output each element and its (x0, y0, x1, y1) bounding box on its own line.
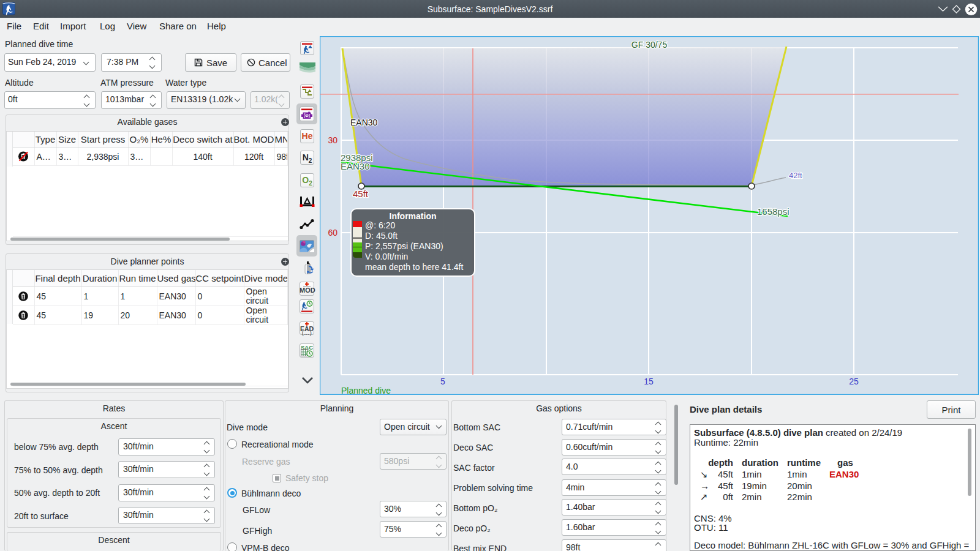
svg-text:V: 0.0ft/min: V: 0.0ft/min (365, 252, 408, 261)
svg-text:mean depth to here 41.4ft: mean depth to here 41.4ft (365, 262, 463, 272)
svg-text:60: 60 (328, 228, 337, 238)
svg-text:5: 5 (440, 377, 445, 386)
svg-text:15: 15 (644, 377, 654, 386)
svg-text:GF 30/75: GF 30/75 (631, 40, 668, 50)
svg-text:D: 45.0ft: D: 45.0ft (365, 231, 398, 241)
svg-text:45ft: 45ft (353, 189, 369, 199)
svg-text:P: 2,557psi (EAN30): P: 2,557psi (EAN30) (365, 241, 443, 251)
svg-text:Information: Information (390, 211, 437, 221)
svg-text:42ft: 42ft (789, 171, 802, 180)
svg-text:1658psi: 1658psi (757, 206, 790, 217)
svg-text:30: 30 (328, 135, 337, 145)
svg-text:@: 6:20: @: 6:20 (365, 220, 395, 230)
svg-text:EAN30: EAN30 (350, 118, 378, 127)
svg-text:EAN30: EAN30 (341, 161, 370, 171)
svg-text:Planned dive: Planned dive (341, 386, 391, 395)
svg-text:25: 25 (849, 377, 859, 386)
